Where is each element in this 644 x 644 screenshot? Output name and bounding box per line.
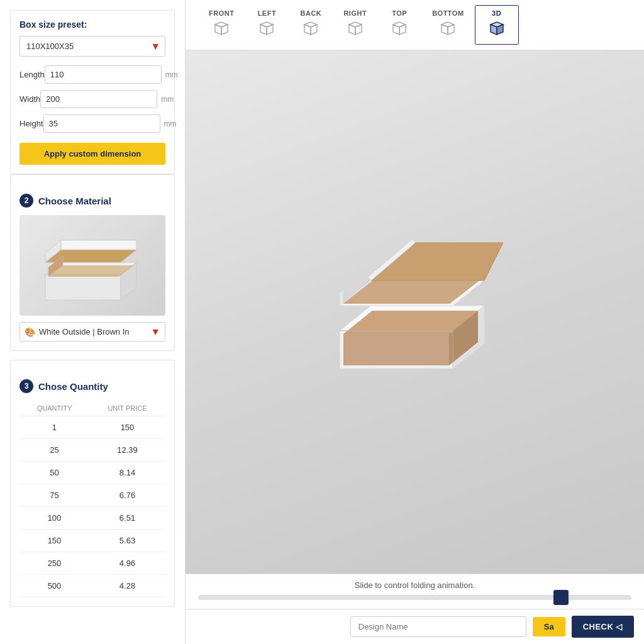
tab-3d[interactable]: 3D	[475, 5, 519, 45]
tab-top[interactable]: TOP	[377, 5, 421, 45]
svg-marker-12	[260, 25, 267, 35]
design-name-input[interactable]	[350, 616, 526, 637]
svg-marker-17	[349, 22, 362, 27]
unit-price-cell: 4.28	[89, 575, 165, 597]
tab-back-label: BACK	[301, 9, 322, 17]
svg-marker-16	[311, 25, 317, 35]
svg-marker-6	[61, 240, 136, 250]
svg-marker-25	[448, 25, 454, 35]
svg-marker-36	[343, 279, 481, 304]
svg-marker-11	[260, 22, 273, 27]
height-row: Height mm	[19, 114, 165, 133]
tab-top-label: TOP	[392, 9, 407, 17]
unit-price-cell: 150	[89, 416, 165, 439]
quantity-cell: 1	[19, 416, 89, 439]
tab-left[interactable]: LEFT	[245, 5, 289, 45]
box-size-section: Box size preset: 110X100X35100X100X50200…	[10, 10, 175, 174]
svg-marker-33	[343, 334, 449, 365]
bottom-bar: Sa CHECK ◁	[186, 609, 644, 644]
height-input[interactable]	[43, 114, 160, 133]
tab-bottom-label: BOTTOM	[432, 9, 464, 17]
material-section-title: Choose Material	[38, 196, 111, 206]
width-input[interactable]	[40, 90, 157, 108]
material-section-header: 2 Choose Material	[19, 194, 165, 208]
svg-marker-37	[340, 291, 343, 306]
check-button[interactable]: CHECK ◁	[572, 616, 634, 638]
material-color-icon: 🎨	[25, 327, 35, 337]
quantity-cell: 75	[19, 484, 89, 507]
box-material-svg	[33, 218, 152, 313]
length-row: Length mm	[19, 65, 165, 84]
unit-price-cell: 8.14	[89, 462, 165, 484]
length-label: Length	[19, 70, 45, 79]
length-input[interactable]	[45, 65, 162, 84]
quantity-section: 3 Chose Quantity QUANTITY UNIT PRICE 1 1…	[10, 360, 175, 607]
quantity-cell: 25	[19, 439, 89, 462]
tab-right-label: RIGHT	[343, 9, 367, 17]
table-row[interactable]: 50 8.14	[19, 462, 165, 484]
front-cube-icon	[213, 19, 230, 40]
length-unit: mm	[165, 70, 178, 79]
unit-price-col-header: UNIT PRICE	[89, 401, 165, 416]
height-label: Height	[19, 119, 43, 128]
quantity-table-header: QUANTITY UNIT PRICE	[19, 401, 165, 416]
svg-marker-21	[393, 25, 399, 35]
preset-select[interactable]: 110X100X35100X100X50200X150X60300X200X10…	[19, 36, 165, 57]
tab-3d-label: 3D	[492, 9, 501, 17]
svg-marker-1	[45, 275, 121, 300]
left-panel: Box size preset: 110X100X35100X100X50200…	[0, 0, 186, 644]
svg-marker-18	[349, 25, 355, 35]
3d-view-area	[186, 50, 644, 574]
left-cube-icon	[258, 19, 275, 40]
quantity-section-title: Chose Quantity	[38, 381, 108, 392]
preset-select-wrapper: 110X100X35100X100X50200X150X60300X200X10…	[19, 36, 165, 57]
table-row[interactable]: 150 5.63	[19, 530, 165, 552]
table-row[interactable]: 250 4.96	[19, 552, 165, 575]
svg-marker-9	[215, 25, 221, 35]
svg-marker-24	[441, 25, 448, 35]
svg-marker-14	[304, 22, 317, 27]
height-unit: mm	[164, 119, 177, 128]
box-size-label: Box size preset:	[19, 19, 165, 30]
tab-front[interactable]: FRONT	[198, 5, 245, 45]
material-badge: 2	[19, 194, 33, 208]
tab-back[interactable]: BACK	[289, 5, 333, 45]
table-row[interactable]: 100 6.51	[19, 507, 165, 530]
quantity-section-header: 3 Chose Quantity	[19, 379, 165, 393]
tab-front-label: FRONT	[209, 9, 234, 17]
tab-bottom[interactable]: BOTTOM	[421, 5, 474, 45]
width-row: Width mm	[19, 90, 165, 108]
slider-track[interactable]	[198, 595, 631, 600]
top-cube-icon	[391, 19, 408, 40]
tab-left-label: LEFT	[258, 9, 277, 17]
svg-marker-22	[399, 25, 406, 35]
unit-price-cell: 6.76	[89, 484, 165, 507]
unit-price-cell: 4.96	[89, 552, 165, 575]
save-button[interactable]: Sa	[533, 617, 565, 636]
slider-thumb[interactable]	[553, 590, 569, 605]
table-row[interactable]: 1 150	[19, 416, 165, 439]
quantity-col-header: QUANTITY	[19, 401, 89, 416]
material-box-preview	[19, 215, 165, 316]
svg-marker-8	[215, 22, 228, 27]
quantity-cell: 500	[19, 575, 89, 597]
table-row[interactable]: 75 6.76	[19, 484, 165, 507]
material-select[interactable]: White Outside | Brown In All White All B…	[19, 322, 165, 341]
slider-label: Slide to control folding animation.	[198, 580, 631, 590]
unit-price-cell: 6.51	[89, 507, 165, 530]
quantity-table: QUANTITY UNIT PRICE 1 150 25 12.39 50 8.…	[19, 401, 165, 597]
apply-custom-dimension-button[interactable]: Apply custom dimension	[19, 143, 165, 165]
table-row[interactable]: 500 4.28	[19, 575, 165, 597]
back-cube-icon	[302, 19, 319, 40]
table-row[interactable]: 25 12.39	[19, 439, 165, 462]
tab-right[interactable]: RIGHT	[333, 5, 377, 45]
3d-cube-icon	[488, 19, 506, 40]
unit-price-cell: 12.39	[89, 439, 165, 462]
material-section: 2 Choose Material	[10, 174, 175, 351]
slider-area: Slide to control folding animation.	[186, 574, 644, 609]
width-unit: mm	[161, 95, 174, 104]
svg-marker-10	[221, 25, 228, 35]
width-label: Width	[19, 94, 40, 104]
svg-marker-15	[304, 25, 311, 35]
quantity-cell: 50	[19, 462, 89, 484]
